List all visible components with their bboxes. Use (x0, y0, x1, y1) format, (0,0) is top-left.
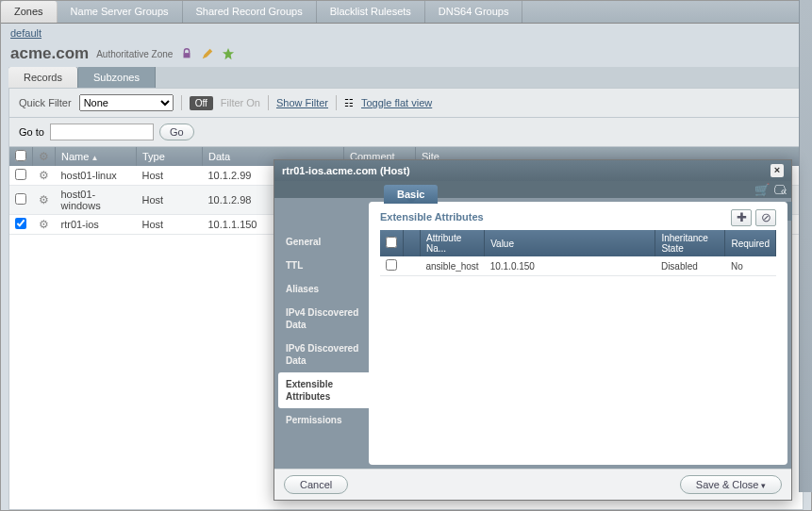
ea-select-all[interactable] (386, 237, 397, 248)
cell-name: host01-linux (56, 166, 137, 186)
ea-col-name[interactable]: Attribute Na... (421, 230, 485, 256)
menu-ext-attr[interactable]: Extensible Attributes (278, 372, 369, 408)
ea-col-inherit[interactable]: Inheritance State (655, 230, 725, 256)
row-checkbox[interactable] (15, 169, 26, 180)
row-gear-icon[interactable]: ⚙ (39, 193, 49, 206)
edit-icon[interactable] (201, 47, 214, 60)
cell-type: Host (137, 215, 203, 235)
ea-col-required[interactable]: Required (725, 230, 776, 256)
cancel-button[interactable]: Cancel (284, 475, 348, 494)
toggle-flat-link[interactable]: Toggle flat view (361, 97, 432, 108)
menu-ipv6[interactable]: IPv6 Discovered Data (278, 337, 369, 372)
goto-label: Go to (19, 126, 44, 138)
row-checkbox[interactable] (15, 193, 26, 205)
close-icon[interactable]: × (771, 164, 784, 177)
tree-icon[interactable]: ☷ (344, 97, 354, 109)
star-icon[interactable] (222, 47, 235, 60)
subtabs: Records Subzones (8, 67, 804, 88)
subtab-records[interactable]: Records (8, 67, 78, 88)
save-close-button[interactable]: Save & Close (680, 475, 782, 494)
filter-toolbar: Quick Filter None Off Filter On Show Fil… (8, 88, 804, 118)
zone-titlebar: acme.com Authoritative Zone (1, 42, 811, 67)
ea-row-checkbox[interactable] (386, 259, 397, 271)
host-editor-modal: rtr01-ios.acme.com (Host) × 🛒 🖵 « ? Gene… (273, 159, 792, 501)
goto-input[interactable] (50, 124, 154, 140)
modal-toolbar: 🛒 🖵 (274, 181, 791, 198)
tab-nsg[interactable]: Name Server Groups (58, 1, 183, 23)
menu-general[interactable]: General (278, 230, 369, 254)
basic-tab[interactable]: Basic (384, 185, 438, 204)
ea-row[interactable]: ansible_host 10.1.0.150 Disabled No (380, 256, 776, 276)
panel: Basic Extensible Attributes ✚ ⊘ Attribut… (369, 202, 787, 465)
goto-button[interactable]: Go (159, 124, 194, 140)
tab-zones[interactable]: Zones (1, 1, 58, 23)
filter-on-label: Filter On (221, 97, 260, 108)
tab-blacklist[interactable]: Blacklist Rulesets (317, 1, 425, 23)
zone-name: acme.com (10, 44, 89, 63)
menu-ipv4[interactable]: IPv4 Discovered Data (278, 301, 369, 337)
cell-type: Host (137, 186, 203, 215)
svg-rect-0 (184, 53, 191, 58)
ea-cell-name: ansible_host (421, 256, 485, 276)
add-attr-button[interactable]: ✚ (731, 209, 752, 226)
breadcrumb-parent[interactable]: default (10, 27, 41, 39)
gear-icon[interactable]: ⚙ (39, 150, 49, 163)
goto-row: Go to Go (8, 118, 804, 147)
ea-cell-inherit: Disabled (655, 256, 725, 276)
ea-cell-required: No (725, 256, 776, 276)
ea-cell-value: 10.1.0.150 (485, 256, 655, 276)
cell-name: rtr01-ios (56, 215, 137, 235)
menu-permissions[interactable]: Permissions (278, 408, 369, 432)
remove-attr-button[interactable]: ⊘ (755, 209, 776, 226)
modal-title: rtr01-ios.acme.com (Host) (282, 165, 410, 176)
menu-aliases[interactable]: Aliases (278, 277, 369, 301)
subtab-subzones[interactable]: Subzones (78, 67, 156, 88)
row-gear-icon[interactable]: ⚙ (39, 218, 49, 231)
filter-off-button[interactable]: Off (190, 96, 213, 110)
row-gear-icon[interactable]: ⚙ (39, 169, 49, 182)
tab-dns64[interactable]: DNS64 Groups (425, 1, 523, 23)
menu-ttl[interactable]: TTL (278, 254, 369, 277)
ea-grid: Attribute Na... Value Inheritance State … (380, 226, 776, 276)
lock-icon[interactable] (180, 47, 193, 60)
show-filter-link[interactable]: Show Filter (276, 97, 328, 108)
collapse-arrow-icon[interactable]: « (775, 185, 792, 198)
col-type[interactable]: Type (137, 147, 203, 166)
cell-name: host01-windows (56, 186, 137, 215)
modal-sidemenu: General TTL Aliases IPv4 Discovered Data… (278, 202, 369, 465)
row-checkbox[interactable] (15, 218, 26, 229)
zone-type: Authoritative Zone (96, 49, 173, 59)
quick-filter-label: Quick Filter (19, 97, 72, 108)
select-all-checkbox[interactable] (15, 150, 26, 161)
quick-filter-select[interactable]: None (79, 94, 174, 111)
cart-icon[interactable]: 🛒 (754, 183, 770, 197)
top-nav: Zones Name Server Groups Shared Record G… (1, 1, 811, 24)
col-name[interactable]: Name (56, 147, 137, 166)
cell-type: Host (137, 166, 203, 186)
side-toolbar[interactable] (799, 0, 812, 492)
breadcrumb: default (1, 24, 811, 42)
tab-srg[interactable]: Shared Record Groups (183, 1, 317, 23)
ea-col-value[interactable]: Value (485, 230, 655, 256)
